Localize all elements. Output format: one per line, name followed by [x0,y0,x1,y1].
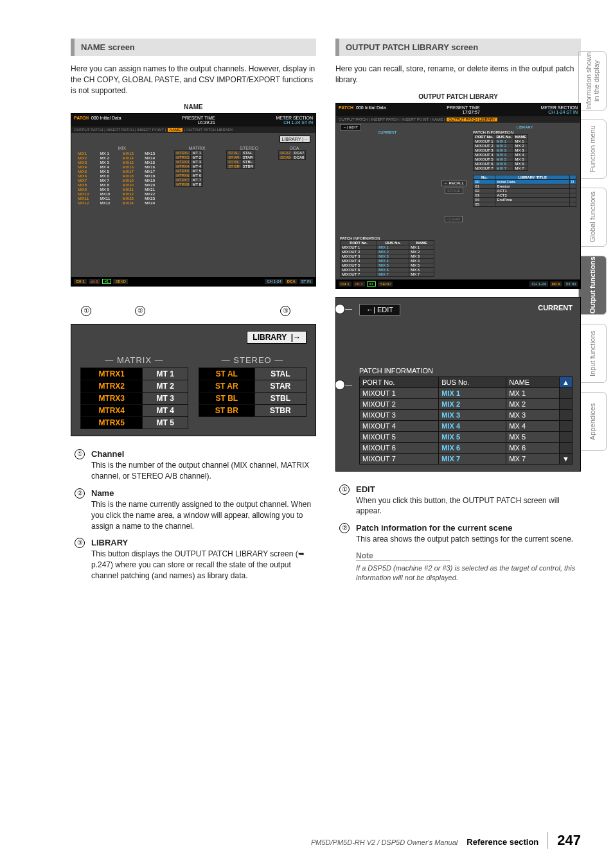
output-patch-zoom-panel: ①— ←| EDIT CURRENT ②— PATCH INFORMATION … [335,297,581,472]
intro-text: Here you can recall, store, rename, or d… [335,64,581,85]
section-heading-name: NAME screen [71,39,316,56]
item-text: This area shows the output patch setting… [356,534,581,545]
intro-text: Here you can assign names to the output … [71,64,316,96]
page-footer: PM5D/PM5D-RH V2 / DSP5D Owner's Manual R… [71,832,581,849]
side-tab-active[interactable]: Output functions [578,256,607,315]
name-screen-screenshot: PATCH 000 Initial Data PRESENT TIME16:39… [71,113,316,287]
item-text: When you click this button, the OUTPUT P… [356,495,581,517]
item-name-name: Name [91,488,316,498]
note-heading: Note [356,551,450,561]
item-num-3: ③ [75,538,85,548]
patch-info-title: PATCH INFORMATION [359,367,573,375]
manual-title: PM5D/PM5D-RH V2 / DSP5D Owner's Manual [311,838,458,846]
screenshot-caption: OUTPUT PATCH LIBRARY [335,93,581,100]
item-text: This is the number of the output channel… [91,460,316,482]
side-tab[interactable]: Global functions [578,188,607,247]
callout-2: ② [135,306,145,316]
callout-1: ① [335,304,345,314]
callout-3: ③ [280,306,290,316]
item-text: This is the name currently assigned to t… [91,499,316,531]
note-body: If a DSP5D (machine #2 or #3) is selecte… [356,563,581,583]
current-label: CURRENT [538,304,573,312]
callout-2: ② [335,380,345,390]
edit-button[interactable]: ←| EDIT [359,304,400,315]
section-label: Reference section [466,837,538,847]
item-num-1: ① [339,484,350,495]
patch-info-table: PORT No. BUS No. NAME ▲ MIXOUT 1MIX 1MX … [359,376,573,465]
name-zoom-panel: LIBRARY |→ MATRIX MTRX1MT 1MTRX2MT 2MTRX… [71,324,316,436]
item-num-1: ① [75,449,85,459]
side-tab[interactable]: Function menu [578,120,607,179]
note-block: Note If a DSP5D (machine #2 or #3) is se… [356,551,581,583]
section-heading-output-patch-library: OUTPUT PATCH LIBRARY screen [335,39,581,56]
page-number: 247 [547,832,581,849]
item-name-edit: EDIT [356,484,581,494]
item-name-library: LIBRARY [91,538,316,547]
item-name-channel: Channel [91,449,316,459]
library-button[interactable]: LIBRARY |→ [280,136,310,143]
item-num-2: ② [75,488,85,499]
side-tab[interactable]: Appendices [578,392,607,451]
side-navigation: Information shown in the display Functio… [578,51,607,451]
side-tab[interactable]: Information shown in the display [578,51,607,111]
item-text: This button displays the OUTPUT PATCH LI… [91,549,316,581]
item-name-patch-info: Patch information for the current scene [356,523,581,533]
library-button[interactable]: LIBRARY |→ [247,331,306,344]
callout-1: ① [81,306,91,316]
screenshot-caption: NAME [71,103,316,111]
side-tab[interactable]: Input functions [578,324,607,383]
item-num-2: ② [339,523,350,533]
output-patch-library-screenshot: PATCH 000 Initial Data PRESENT TIME17:07… [335,103,581,289]
